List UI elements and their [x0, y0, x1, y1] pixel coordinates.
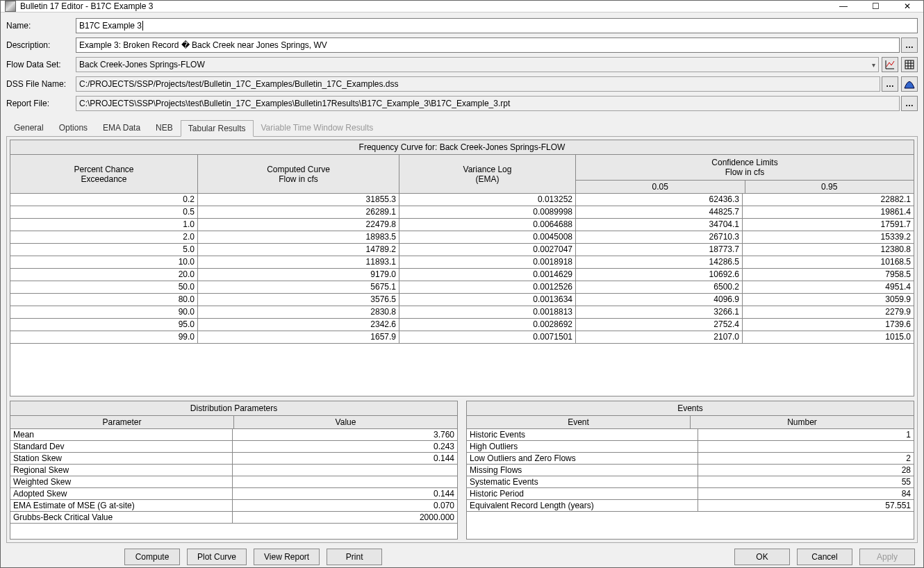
- close-button[interactable]: ✕: [891, 1, 923, 12]
- flowdataset-label: Flow Data Set:: [6, 60, 76, 69]
- table-row[interactable]: Regional Skew: [10, 465, 457, 476]
- freq-title: Frequency Curve for: Back Creek-Jones Sp…: [10, 140, 914, 155]
- reportfile-field: C:\PROJECTS\SSP\Projects\test\Bulletin_1…: [76, 96, 900, 111]
- frequency-curve-table: Frequency Curve for: Back Creek-Jones Sp…: [10, 140, 914, 396]
- table-row[interactable]: 0.526289.10.008999844825.719861.4: [10, 206, 914, 219]
- header-confidence-limits: Confidence Limits Flow in cfs 0.05 0.95: [576, 155, 914, 193]
- table-row[interactable]: Standard Dev0.243: [10, 441, 457, 453]
- chevron-down-icon: ▾: [872, 61, 875, 69]
- minimize-button[interactable]: —: [827, 1, 859, 12]
- plot-icon-button[interactable]: [882, 57, 898, 72]
- tabular-results-panel: Frequency Curve for: Back Creek-Jones Sp…: [6, 137, 918, 543]
- table-row[interactable]: Station Skew0.144: [10, 453, 457, 465]
- table-row[interactable]: 0.231855.30.01325262436.322882.1: [10, 194, 914, 206]
- plot-curve-button[interactable]: Plot Curve: [187, 549, 247, 565]
- view-report-button[interactable]: View Report: [254, 549, 320, 565]
- table-row[interactable]: Historic Period84: [467, 488, 914, 500]
- table-row[interactable]: EMA Estimate of MSE (G at-site)0.070: [10, 500, 457, 512]
- table-row[interactable]: Low Outliers and Zero Flows2: [467, 453, 914, 465]
- ok-button[interactable]: OK: [734, 549, 790, 565]
- caret-icon: [142, 21, 143, 31]
- dssfile-label: DSS File Name:: [6, 79, 76, 89]
- window-buttons: — ☐ ✕: [827, 1, 923, 12]
- header-variance-log: Variance Log (EMA): [399, 155, 576, 193]
- params-rows: Mean3.760Standard Dev0.243Station Skew0.…: [10, 429, 457, 524]
- description-label: Description:: [6, 40, 76, 50]
- header-ci-005: 0.05: [576, 181, 745, 193]
- table-row[interactable]: Adopted Skew0.144: [10, 488, 457, 500]
- dssfile-field: C:/PROJECTS/SSP/Projects/test/Bulletin_1…: [76, 76, 880, 92]
- table-row[interactable]: 20.09179.00.001462910692.67958.5: [10, 269, 914, 281]
- header-percent-chance: Percent Chance Exceedance: [10, 155, 198, 193]
- table-row[interactable]: 2.018983.50.004500826710.315339.2: [10, 231, 914, 244]
- app-icon: [5, 1, 16, 12]
- cancel-button[interactable]: Cancel: [797, 549, 852, 565]
- name-label: Name:: [6, 21, 76, 31]
- table-row[interactable]: Historic Events1: [467, 429, 914, 441]
- description-browse-button[interactable]: …: [901, 37, 918, 53]
- flowdataset-dropdown[interactable]: Back Creek-Jones Springs-FLOW ▾: [76, 57, 879, 72]
- footer: Compute Plot Curve View Report Print OK …: [6, 543, 918, 565]
- lower-panels: Distribution Parameters Parameter Value …: [10, 401, 914, 540]
- table-icon-button[interactable]: [901, 57, 918, 72]
- tab-variable-time-window-results: Variable Time Window Results: [254, 119, 381, 136]
- app-window: Bulletin 17 Editor - B17C Example 3 — ☐ …: [0, 0, 924, 568]
- table-row[interactable]: Equivalent Record Length (years)57.551: [467, 500, 914, 512]
- reportfile-browse-button[interactable]: …: [901, 96, 918, 111]
- plot-icon: [885, 60, 895, 69]
- events-rows: Historic Events1High OutliersLow Outlier…: [467, 429, 914, 512]
- table-row[interactable]: 1.022479.80.006468834704.117591.7: [10, 219, 914, 231]
- distribution-parameters-table: Distribution Parameters Parameter Value …: [10, 401, 458, 540]
- distribution-icon: [904, 79, 915, 89]
- table-row[interactable]: 50.05675.10.00125266500.24951.4: [10, 281, 914, 294]
- reportfile-label: Report File:: [6, 99, 76, 108]
- print-button[interactable]: Print: [327, 549, 382, 565]
- table-row[interactable]: 99.01657.90.00715012107.01015.0: [10, 331, 914, 344]
- table-row[interactable]: 10.011893.10.001891814286.510168.5: [10, 256, 914, 269]
- content: Name: B17C Example 3 Description: Exampl…: [1, 12, 923, 568]
- apply-button[interactable]: Apply: [859, 549, 915, 565]
- table-row[interactable]: Weighted Skew: [10, 476, 457, 488]
- maximize-button[interactable]: ☐: [859, 1, 891, 12]
- events-header: Event Number: [467, 416, 914, 429]
- tab-options[interactable]: Options: [51, 119, 95, 136]
- tab-ema-data[interactable]: EMA Data: [95, 119, 148, 136]
- params-header: Parameter Value: [10, 416, 457, 429]
- titlebar: Bulletin 17 Editor - B17C Example 3 — ☐ …: [1, 1, 923, 12]
- tab-general[interactable]: General: [6, 119, 51, 136]
- freq-data-rows[interactable]: 0.231855.30.01325262436.322882.10.526289…: [10, 194, 914, 396]
- dssfile-browse-button[interactable]: …: [882, 76, 898, 92]
- header-ci-095: 0.95: [745, 181, 914, 193]
- svg-rect-0: [905, 60, 914, 69]
- description-field[interactable]: Example 3: Broken Record � Back Creek ne…: [76, 37, 900, 53]
- table-row[interactable]: Mean3.760: [10, 429, 457, 441]
- table-row[interactable]: High Outliers: [467, 441, 914, 453]
- distribution-icon-button[interactable]: [901, 76, 918, 92]
- tab-bar: GeneralOptionsEMA DataNEBTabular Results…: [6, 119, 918, 137]
- compute-button[interactable]: Compute: [124, 549, 180, 565]
- table-row[interactable]: 95.02342.60.00286922752.41739.6: [10, 319, 914, 331]
- header-computed-curve: Computed Curve Flow in cfs: [198, 155, 399, 193]
- table-row[interactable]: 80.03576.50.00136344096.93059.9: [10, 294, 914, 306]
- tab-neb[interactable]: NEB: [148, 119, 181, 136]
- tab-tabular-results[interactable]: Tabular Results: [181, 120, 254, 137]
- window-title: Bulletin 17 Editor - B17C Example 3: [20, 1, 827, 11]
- table-row[interactable]: Grubbs-Beck Critical Value2000.000: [10, 512, 457, 524]
- name-field[interactable]: B17C Example 3: [76, 18, 918, 33]
- table-icon: [905, 60, 914, 69]
- events-table: Events Event Number Historic Events1High…: [466, 401, 914, 540]
- events-title: Events: [467, 401, 914, 416]
- table-row[interactable]: 5.014789.20.002704718773.712380.8: [10, 244, 914, 256]
- freq-headers: Percent Chance Exceedance Computed Curve…: [10, 155, 914, 194]
- table-row[interactable]: 90.02830.80.00188133266.12279.9: [10, 306, 914, 319]
- table-row[interactable]: Systematic Events55: [467, 476, 914, 488]
- table-row[interactable]: Missing Flows28: [467, 465, 914, 476]
- params-title: Distribution Parameters: [10, 401, 457, 416]
